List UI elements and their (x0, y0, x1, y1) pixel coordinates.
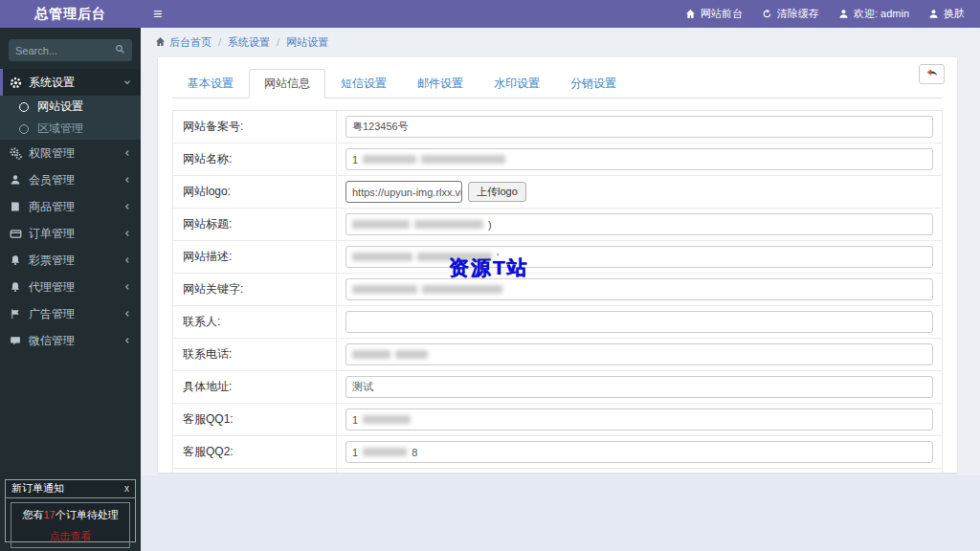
sidebar-item-members[interactable]: 会员管理 (0, 166, 141, 193)
chevron-left-icon (122, 229, 132, 238)
redacted-text (363, 415, 411, 424)
tab-mail-settings[interactable]: 邮件设置 (402, 69, 479, 99)
sidebar-search (9, 39, 132, 61)
home-icon (155, 36, 166, 49)
chevron-left-icon (122, 255, 132, 265)
site-title-input[interactable]: ) (345, 213, 933, 235)
redacted-text (395, 350, 428, 359)
search-icon (115, 43, 125, 57)
form-row-icp: 网站备案号: 粤123456号 (173, 111, 942, 143)
sidebar-item-ads[interactable]: 广告管理 (0, 300, 141, 327)
site-keywords-input[interactable] (345, 278, 933, 300)
chevron-down-icon (122, 77, 132, 87)
sidebar-item-system-settings[interactable]: 系统设置 (0, 69, 141, 96)
field-label: 网站关键字: (173, 274, 337, 305)
nav-welcome-admin[interactable]: 欢迎: admin (838, 7, 909, 21)
tab-distribution-settings[interactable]: 分销设置 (555, 69, 632, 99)
tab-basic-settings[interactable]: 基本设置 (172, 69, 249, 99)
form-row-site-description: 网站描述: ' (173, 241, 942, 274)
breadcrumb-site-settings[interactable]: 网站设置 (286, 35, 328, 50)
chevron-left-icon (122, 282, 132, 292)
notification-title: 新订单通知 (11, 481, 64, 496)
sidebar-item-wechat[interactable]: 微信管理 (0, 327, 141, 354)
tab-site-info[interactable]: 网站信息 (249, 69, 325, 99)
view-orders-link[interactable]: 点击查看 (50, 529, 92, 543)
close-icon[interactable]: x (124, 483, 129, 494)
user-icon (928, 9, 939, 19)
field-label: 联系人: (173, 306, 337, 338)
watermark-text: 资源T站 (449, 254, 529, 281)
reply-arrow-icon (925, 67, 939, 81)
admin-app: 总管理后台 ≡ 网站前台 清除缓存 欢迎: admin 换肤 (0, 0, 980, 551)
refresh-icon (762, 9, 772, 19)
bell-icon (9, 254, 22, 266)
tab-watermark-settings[interactable]: 水印设置 (479, 69, 555, 99)
sidebar-item-agents[interactable]: 代理管理 (0, 274, 141, 300)
site-description-input[interactable]: ' (345, 246, 933, 268)
notification-body: 您有17个订单待处理 点击查看 (11, 502, 130, 548)
user-icon (838, 9, 849, 19)
form-row-address: 具体地址: 测试 (173, 371, 942, 404)
sidebar-item-region-management[interactable]: 区域管理 (0, 118, 141, 140)
contact-phone-input[interactable] (345, 343, 933, 365)
upload-logo-button[interactable]: 上传logo (468, 182, 526, 202)
main-content: 后台首页 / 系统设置 / 网站设置 基本设置 网站信息 短信设置 邮件设置 水… (141, 28, 980, 551)
redacted-text (352, 285, 417, 294)
icp-number-input[interactable]: 粤123456号 (345, 116, 933, 138)
breadcrumb-separator: / (218, 36, 221, 48)
breadcrumb-system-settings[interactable]: 系统设置 (228, 35, 270, 50)
service-qq2-input[interactable]: 1 8 (345, 441, 933, 463)
flag-icon (9, 308, 22, 320)
sidebar-item-site-settings[interactable]: 网站设置 (0, 96, 141, 118)
user-icon (9, 174, 22, 186)
site-info-form: 网站备案号: 粤123456号 网站名称: 1 (172, 110, 943, 473)
wechat-comment-icon (9, 335, 22, 346)
topbar: 总管理后台 ≡ 网站前台 清除缓存 欢迎: admin 换肤 (0, 0, 980, 28)
tab-sms-settings[interactable]: 短信设置 (325, 69, 402, 99)
sidebar-item-products[interactable]: 商品管理 (0, 193, 141, 220)
field-label: 具体地址: (173, 371, 337, 403)
chevron-left-icon (122, 309, 132, 319)
navbar: ≡ 网站前台 清除缓存 欢迎: admin 换肤 (141, 0, 980, 28)
field-label: 网站标题: (173, 209, 337, 240)
sidebar-item-permissions[interactable]: 权限管理 (0, 140, 141, 166)
logo-url-input[interactable]: https://upyun-img.rlxx.vip/2 (345, 181, 462, 203)
field-label: 网站名称: (173, 143, 337, 175)
nav-clear-cache[interactable]: 清除缓存 (762, 7, 819, 21)
service-qq1-input[interactable]: 1 (345, 408, 933, 430)
redacted-text (421, 155, 505, 164)
credit-card-icon (9, 228, 22, 240)
site-name-input[interactable]: 1 (345, 148, 933, 170)
redacted-text (352, 253, 412, 261)
field-label: 客服QQ3: (173, 469, 337, 473)
settings-tabs: 基本设置 网站信息 短信设置 邮件设置 水印设置 分销设置 (172, 69, 943, 99)
redacted-text (352, 350, 390, 359)
form-row-site-title: 网站标题: ) (173, 209, 942, 241)
notification-header: 新订单通知 x (6, 480, 135, 498)
sidebar-toggle-icon[interactable]: ≡ (141, 0, 174, 28)
breadcrumb-home[interactable]: 后台首页 (155, 35, 212, 50)
sidebar-item-orders[interactable]: 订单管理 (0, 220, 141, 247)
nav-change-skin[interactable]: 换肤 (928, 7, 965, 21)
contact-person-input[interactable] (345, 311, 933, 333)
search-button[interactable] (107, 39, 132, 61)
field-label: 网站备案号: (173, 111, 337, 143)
notification-message: 您有17个订单待处理 (22, 509, 118, 520)
form-row-qq3: 客服QQ3: 4004404060 (173, 469, 942, 473)
field-label: 联系电话: (173, 339, 337, 370)
back-button[interactable] (919, 64, 945, 84)
nav-site-front[interactable]: 网站前台 (685, 7, 743, 21)
form-row-site-name: 网站名称: 1 (173, 143, 942, 176)
search-input[interactable] (9, 39, 107, 61)
sidebar-submenu-system: 网站设置 区域管理 (0, 96, 141, 140)
chevron-left-icon (122, 148, 132, 158)
address-input[interactable]: 测试 (345, 376, 933, 398)
form-row-site-keywords: 网站关键字: (173, 274, 942, 306)
new-order-notification: 新订单通知 x 您有17个订单待处理 点击查看 (5, 479, 136, 542)
breadcrumb-separator: / (277, 36, 279, 48)
chevron-left-icon (122, 175, 132, 185)
bell-icon (9, 281, 22, 293)
breadcrumb: 后台首页 / 系统设置 / 网站设置 (141, 28, 980, 56)
brand-title: 总管理后台 (0, 0, 141, 28)
sidebar-item-lottery[interactable]: 彩票管理 (0, 247, 141, 274)
